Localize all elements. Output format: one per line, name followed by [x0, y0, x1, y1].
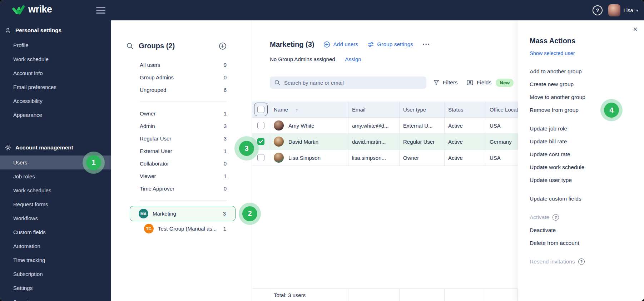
group-item-group-admins[interactable]: Group Admins0: [130, 71, 227, 84]
action-update-cost-rate[interactable]: Update cost rate: [530, 148, 635, 161]
action-update-user-type[interactable]: Update user type: [530, 174, 635, 187]
sidebar-item-appearance[interactable]: Appearance: [0, 108, 111, 122]
row-checkbox[interactable]: [257, 154, 264, 161]
help-circle-icon[interactable]: ?: [553, 214, 559, 221]
action-deactivate[interactable]: Deactivate: [530, 224, 635, 237]
group-item-owner[interactable]: Owner1: [130, 107, 227, 120]
sidebar-item-account-info[interactable]: Account info: [0, 66, 111, 80]
column-header-status[interactable]: Status: [445, 102, 486, 117]
action-update-work-schedule[interactable]: Update work schedule: [530, 161, 635, 174]
column-header-email[interactable]: Email: [348, 102, 400, 117]
group-count: 1: [224, 173, 227, 179]
action-delete-from-account[interactable]: Delete from account: [530, 237, 635, 250]
search-icon[interactable]: [126, 42, 134, 50]
sidebar-item-workflows[interactable]: Workflows: [0, 211, 111, 225]
table-row-lisa-simpson[interactable]: Lisa Simpson lisa.simpson... Owner Activ…: [252, 150, 518, 166]
table-row-amy-white[interactable]: Amy White amy.white@d... External U... A…: [252, 118, 518, 134]
settings-sidebar: Personal settings Profile Work schedule …: [0, 20, 111, 301]
group-settings-button[interactable]: Group settings: [367, 41, 413, 48]
sort-ascending-icon: ↑: [296, 107, 298, 113]
select-all-checkbox[interactable]: [257, 106, 264, 113]
group-item-admin[interactable]: Admin3: [130, 120, 227, 132]
status-cell: Active: [445, 134, 486, 149]
smart-groups-list: All users9 Group Admins0 Ungrouped6: [130, 59, 227, 96]
fields-badge-icon: [466, 79, 474, 86]
group-item-ungrouped[interactable]: Ungrouped6: [130, 84, 227, 96]
filters-button[interactable]: Filters: [433, 79, 458, 86]
more-actions-icon[interactable]: ···: [422, 43, 430, 46]
add-group-icon[interactable]: [219, 42, 227, 50]
group-count: 9: [224, 62, 227, 68]
sidebar-item-settings[interactable]: Settings: [0, 281, 111, 295]
action-update-bill-rate[interactable]: Update bill rate: [530, 135, 635, 148]
group-item-time-approver[interactable]: Time Approver0: [130, 182, 227, 195]
sidebar-header-personal-settings[interactable]: Personal settings: [0, 25, 111, 36]
help-icon[interactable]: ?: [593, 5, 603, 15]
topbar-left: wrike: [0, 5, 111, 16]
action-update-job-role[interactable]: Update job role: [530, 122, 635, 135]
chevron-down-icon: ▾: [636, 8, 638, 13]
mass-actions-panel: × Mass Actions Show selected user Add to…: [518, 20, 644, 301]
assign-link[interactable]: Assign: [345, 56, 361, 62]
sidebar-header-account-management[interactable]: Account management: [0, 142, 111, 153]
email-cell: amy.white@d...: [348, 118, 400, 133]
new-badge: New: [496, 79, 514, 87]
sidebar-item-work-schedule[interactable]: Work schedule: [0, 52, 111, 66]
add-users-button[interactable]: Add users: [323, 41, 358, 48]
group-count: 0: [224, 74, 227, 80]
sidebar-item-profile[interactable]: Profile: [0, 38, 111, 52]
sidebar-item-work-schedules[interactable]: Work schedules: [0, 183, 111, 197]
group-item-external-user[interactable]: External User1: [130, 145, 227, 157]
row-checkbox-checked[interactable]: [257, 138, 264, 145]
name-cell: Amy White: [270, 118, 348, 133]
person-icon: [4, 27, 11, 34]
sidebar-item-time-tracking[interactable]: Time tracking: [0, 253, 111, 267]
topbar-right: ? Lisa ▾: [593, 4, 644, 16]
group-label: Marketing: [153, 211, 219, 217]
group-item-viewer[interactable]: Viewer1: [130, 170, 227, 182]
search-input[interactable]: [284, 80, 422, 86]
column-header-user-type[interactable]: User type: [400, 102, 445, 117]
group-item-all-users[interactable]: All users9: [130, 59, 227, 71]
sidebar-item-request-forms[interactable]: Request forms: [0, 197, 111, 211]
group-item-marketing[interactable]: MA Marketing 3 2: [130, 206, 236, 221]
user-name: David Martin: [288, 139, 318, 145]
close-icon[interactable]: ×: [633, 25, 638, 33]
fields-label: Fields: [477, 79, 491, 86]
row-checkbox[interactable]: [257, 122, 264, 129]
sidebar-item-users[interactable]: Users 1: [0, 156, 111, 169]
group-label: External User: [140, 148, 172, 154]
name-cell: David Martin: [270, 134, 348, 149]
column-header-name[interactable]: Name ↑: [270, 102, 348, 117]
help-glyph: ?: [596, 7, 599, 13]
fields-button[interactable]: Fields: [466, 79, 491, 86]
action-remove-from-group[interactable]: Remove from group 4: [530, 104, 635, 117]
update-actions: Update job role Update bill rate Update …: [530, 122, 635, 187]
sidebar-item-accessibility[interactable]: Accessibility: [0, 94, 111, 108]
user-search-box[interactable]: [270, 77, 426, 89]
sidebar-item-custom-fields[interactable]: Custom fields: [0, 225, 111, 239]
table-row-david-martin[interactable]: David Martin david.martin... Regular Use…: [252, 134, 518, 150]
sidebar-item-email-preferences[interactable]: Email preferences: [0, 80, 111, 94]
group-item-collaborator[interactable]: Collaborator0: [130, 157, 227, 170]
hamburger-menu-icon[interactable]: [96, 5, 105, 15]
sidebar-item-security[interactable]: Security: [0, 295, 111, 301]
group-item-test-group[interactable]: TG Test Group (Manual as... 1: [130, 221, 236, 236]
select-all-cell: [252, 102, 270, 117]
action-move-to-another-group[interactable]: Move to another group: [530, 91, 635, 104]
total-spacer-cell: [252, 289, 270, 301]
wrike-logo[interactable]: wrike: [12, 5, 52, 16]
group-item-regular-user[interactable]: Regular User3: [130, 132, 227, 145]
action-update-custom-fields[interactable]: Update custom fields: [530, 192, 635, 205]
user-menu[interactable]: Lisa ▾: [608, 4, 638, 16]
callout-step-4: 4: [604, 103, 619, 118]
help-circle-icon[interactable]: ?: [578, 258, 585, 265]
sidebar-item-subscription[interactable]: Subscription: [0, 267, 111, 281]
show-selected-user-link[interactable]: Show selected user: [530, 50, 575, 56]
sidebar-item-job-roles[interactable]: Job roles: [0, 169, 111, 183]
action-label: Activate: [530, 214, 549, 221]
action-add-to-another-group[interactable]: Add to another group: [530, 65, 635, 78]
column-header-office-location[interactable]: Office Locat...: [486, 102, 518, 117]
sidebar-item-automation[interactable]: Automation: [0, 239, 111, 253]
action-create-new-group[interactable]: Create new group: [530, 78, 635, 91]
